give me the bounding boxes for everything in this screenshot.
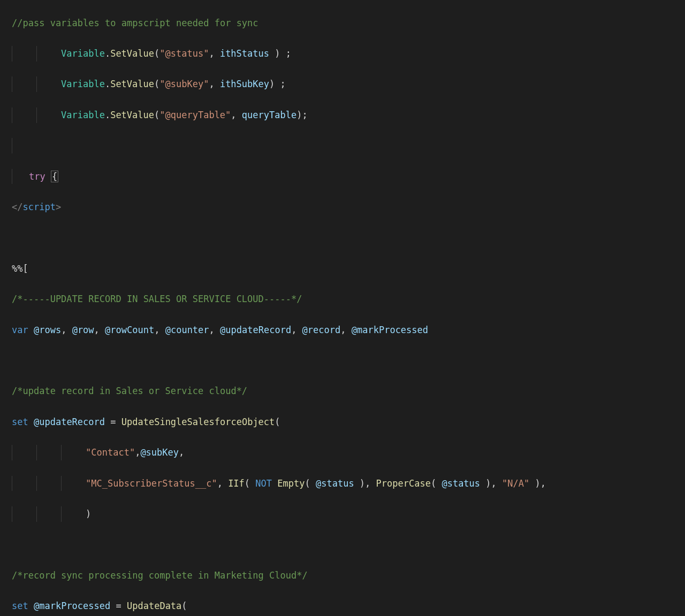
method: SetValue: [110, 79, 154, 89]
method: SetValue: [110, 110, 154, 120]
comment-block: /*update record in Sales or Service clou…: [12, 386, 247, 396]
amp-var: @rowCount: [105, 325, 154, 335]
string-literal: "@subKey": [159, 79, 209, 89]
ampscript-open-delim: %%[: [12, 263, 28, 274]
amp-var: @counter: [165, 325, 209, 335]
amp-var: @subKey: [140, 447, 179, 458]
comment-block: /*-----UPDATE RECORD IN SALES OR SERVICE…: [12, 294, 302, 304]
keyword-set: set: [12, 417, 28, 427]
identifier: Variable: [61, 48, 105, 59]
comment: //pass variables to ampscript needed for…: [12, 18, 258, 28]
code-editor[interactable]: //pass variables to ampscript needed for…: [0, 0, 685, 616]
string-literal: "@queryTable": [159, 110, 231, 120]
brace-open: {: [51, 171, 58, 182]
tag-name: script: [22, 202, 55, 212]
amp-var: @row: [72, 325, 94, 335]
amp-var: @record: [302, 325, 341, 335]
identifier: Variable: [61, 79, 105, 89]
identifier: queryTable: [242, 110, 296, 120]
method: SetValue: [110, 48, 154, 59]
string-literal: "Contact": [86, 447, 135, 458]
identifier: ithSubKey: [220, 79, 269, 89]
string-literal: "@status": [159, 48, 209, 59]
keyword-set: set: [12, 600, 28, 611]
function-call: IIf: [228, 478, 245, 489]
identifier: ithStatus: [220, 48, 269, 59]
amp-var: @updateRecord: [34, 417, 105, 427]
tag-close-punc: </: [12, 202, 22, 212]
function-call: ProperCase: [376, 478, 431, 489]
amp-var: @updateRecord: [220, 325, 291, 335]
keyword-not: NOT: [255, 478, 272, 489]
amp-var: @status: [442, 478, 480, 489]
amp-var: @rows: [34, 325, 61, 335]
string-literal: "MC_SubscriberStatus__c": [86, 478, 217, 489]
amp-var: @markProcessed: [34, 600, 110, 611]
comment-block: /*record sync processing complete in Mar…: [12, 570, 308, 581]
function-call: UpdateSingleSalesforceObject: [121, 417, 275, 427]
function-call: UpdateData: [127, 600, 181, 611]
function-call: Empty: [277, 478, 305, 489]
string-literal: "N/A": [502, 478, 529, 489]
identifier: Variable: [61, 110, 105, 120]
keyword-try: try: [29, 171, 45, 182]
amp-var: @status: [316, 478, 354, 489]
keyword-var: var: [12, 325, 28, 335]
amp-var: @markProcessed: [352, 325, 428, 335]
